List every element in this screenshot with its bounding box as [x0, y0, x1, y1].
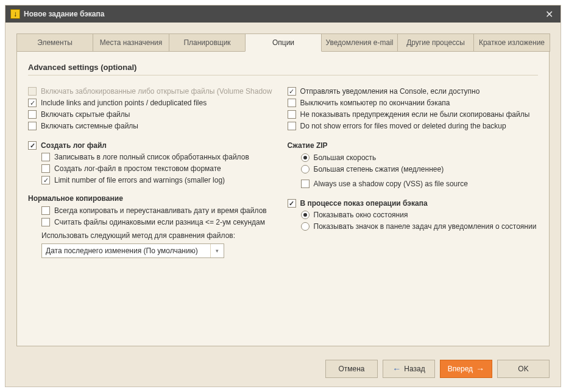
radio-zip-fast[interactable] [301, 153, 310, 162]
log-limit-row[interactable]: Limit number of file errors and warnings… [41, 176, 279, 184]
checkbox-hidden[interactable] [28, 110, 37, 119]
opt-links-row[interactable]: Include links and junction points / dedu… [28, 99, 279, 107]
label-hidden: Включать скрытые файлы [41, 110, 130, 119]
window-title: Новое задание бэкапа [24, 10, 104, 18]
checkbox-progress[interactable] [288, 199, 296, 208]
log-head-row[interactable]: Создать лог файл [28, 141, 279, 150]
zip-fast-row[interactable]: Большая скорость [301, 153, 539, 162]
zip-head: Сжатие ZIP [288, 141, 539, 150]
norm-method-label: Использовать следующий метод для сравнен… [41, 231, 279, 240]
tab-scheduler[interactable]: Планировщик [169, 33, 246, 52]
arrow-left-icon [392, 364, 401, 374]
cancel-button[interactable]: Отмена [325, 360, 378, 378]
checkbox-blocked [28, 87, 37, 96]
dialog-window: ↓ Новое задание бэкапа ✕ Элементы Места … [5, 5, 561, 387]
tab-destinations[interactable]: Места назначения [93, 33, 169, 52]
tab-elements[interactable]: Элементы [16, 33, 93, 52]
label-noerrors: Do not show errors for files moved or de… [300, 122, 506, 130]
label-zip-fast: Большая скорость [314, 153, 377, 162]
section-title: Advanced settings (optional) [28, 63, 538, 75]
titlebar: ↓ Новое задание бэкапа ✕ [5, 5, 561, 23]
radio-progress-tray[interactable] [301, 222, 310, 231]
compare-method-value: Дата последнего изменения (По умолчанию) [46, 247, 198, 255]
label-system: Включать системные файлы [41, 122, 138, 130]
label-log-plain: Создать лог-файл в простом текстовом фор… [54, 164, 221, 173]
checkbox-zip-vss[interactable] [301, 180, 310, 188]
checkbox-links[interactable] [28, 99, 37, 107]
opt-console-row[interactable]: Отправлять уведомления на Console, если … [288, 87, 539, 96]
norm-head: Нормальное копирование [28, 194, 279, 203]
label-norm-2sec: Считать файлы одинаковыми если разница <… [54, 218, 265, 226]
label-blocked: Включать заблокированные либо открытые ф… [41, 87, 272, 96]
checkbox-log[interactable] [28, 141, 37, 150]
arrow-right-icon [476, 364, 484, 374]
tab-options[interactable]: Опции [245, 33, 322, 52]
ok-button[interactable]: OK [497, 360, 550, 378]
back-button[interactable]: Назад [383, 360, 435, 378]
label-log-full: Записывать в логе полный список обработа… [54, 153, 249, 161]
progress-window-row[interactable]: Показывать окно состояния [301, 211, 539, 219]
label-progress-head: В процессе показ операции бэкапа [300, 199, 428, 208]
right-column: Отправлять уведомления на Console, если … [288, 84, 539, 258]
checkbox-log-full[interactable] [41, 153, 50, 161]
zip-small-row[interactable]: Большая степень сжатия (медленнее) [301, 165, 539, 173]
app-icon: ↓ [10, 9, 20, 19]
label-nowarn: Не показывать предупреждения если не был… [300, 110, 530, 119]
checkbox-nowarn[interactable] [288, 110, 296, 119]
compare-method-select[interactable]: Дата последнего изменения (По умолчанию)… [41, 243, 224, 258]
label-zip-vss: Always use a shadow copy (VSS) as file s… [314, 180, 468, 188]
label-progress-window: Показывать окно состояния [314, 211, 408, 219]
checkbox-norm-date[interactable] [41, 206, 50, 215]
tab-email[interactable]: Уведомления e-mail [321, 33, 398, 52]
opt-noerrors-row[interactable]: Do not show errors for files moved or de… [288, 122, 539, 130]
checkbox-noerrors[interactable] [288, 122, 296, 130]
norm-date-row[interactable]: Всегда копировать и переустанавливать да… [41, 206, 279, 215]
chevron-down-icon: ▾ [210, 244, 224, 257]
footer-buttons: Отмена Назад Вперед OK [5, 352, 561, 387]
log-full-row[interactable]: Записывать в логе полный список обработа… [41, 153, 279, 161]
checkbox-console[interactable] [288, 87, 296, 96]
checkbox-log-limit[interactable] [41, 176, 50, 184]
progress-tray-row[interactable]: Показывать значок в панеле задач для уве… [301, 222, 539, 231]
progress-head-row[interactable]: В процессе показ операции бэкапа [288, 199, 539, 208]
opt-nowarn-row[interactable]: Не показывать предупреждения если не был… [288, 110, 539, 119]
label-log-head: Создать лог файл [41, 141, 107, 150]
checkbox-log-plain[interactable] [41, 164, 50, 173]
next-button[interactable]: Вперед [440, 360, 492, 378]
label-console: Отправлять уведомления на Console, если … [300, 87, 480, 96]
radio-zip-small[interactable] [301, 165, 310, 173]
label-log-limit: Limit number of file errors and warnings… [54, 176, 225, 184]
zip-vss-row[interactable]: Always use a shadow copy (VSS) as file s… [301, 180, 539, 188]
checkbox-system[interactable] [28, 122, 37, 130]
label-norm-date: Всегда копировать и переустанавливать да… [54, 206, 267, 215]
radio-progress-window[interactable] [301, 211, 310, 219]
label-shutdown: Выключить компьютер по окончании бэкапа [300, 99, 450, 107]
opt-hidden-row[interactable]: Включать скрытые файлы [28, 110, 279, 119]
tab-processes[interactable]: Другие процессы [397, 33, 474, 52]
opt-blocked-row: Включать заблокированные либо открытые ф… [28, 87, 279, 96]
content-area: Advanced settings (optional) Включать за… [16, 52, 550, 346]
tab-summary[interactable]: Краткое изложение [473, 33, 550, 52]
close-icon[interactable]: ✕ [543, 9, 556, 20]
log-plain-row[interactable]: Создать лог-файл в простом текстовом фор… [41, 164, 279, 173]
label-zip-small: Большая степень сжатия (медленнее) [314, 165, 444, 173]
opt-shutdown-row[interactable]: Выключить компьютер по окончании бэкапа [288, 99, 539, 107]
checkbox-norm-2sec[interactable] [41, 218, 50, 226]
tab-strip: Элементы Места назначения Планировщик Оп… [5, 23, 561, 52]
label-progress-tray: Показывать значок в панеле задач для уве… [314, 222, 539, 231]
checkbox-shutdown[interactable] [288, 99, 296, 107]
norm-2sec-row[interactable]: Считать файлы одинаковыми если разница <… [41, 218, 279, 226]
left-column: Включать заблокированные либо открытые ф… [28, 84, 279, 258]
opt-system-row[interactable]: Включать системные файлы [28, 122, 279, 130]
label-links: Include links and junction points / dedu… [41, 99, 207, 107]
